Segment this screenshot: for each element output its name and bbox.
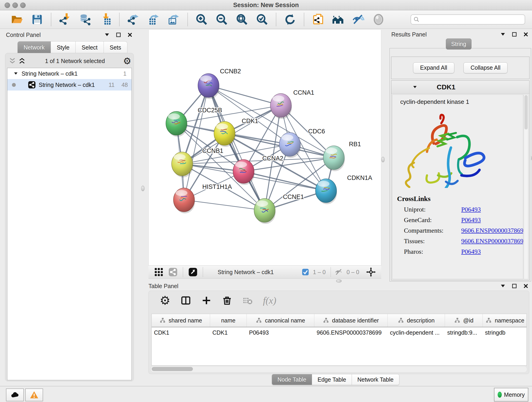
add-column-icon[interactable] xyxy=(201,295,212,306)
selected-checkbox-icon[interactable] xyxy=(302,268,309,276)
open-folder-icon[interactable] xyxy=(11,13,23,26)
column-header-canonical-name[interactable]: canonical name xyxy=(247,314,314,327)
birds-eye-view-icon[interactable] xyxy=(188,267,198,277)
protein-section-header[interactable]: CDK1 xyxy=(391,81,529,94)
close-panel-icon[interactable] xyxy=(523,283,529,289)
tab-style[interactable]: Style xyxy=(51,41,76,53)
tab-network[interactable]: Network xyxy=(17,41,51,53)
crosslink-link[interactable]: 9606.ENSP00000378699 xyxy=(461,237,523,245)
panel-menu-icon[interactable] xyxy=(104,32,110,38)
gear-icon[interactable]: ⚙ xyxy=(160,296,171,305)
table-cell: 9606.ENSP00000378699 xyxy=(314,329,388,336)
tab-edge-table[interactable]: Edge Table xyxy=(312,374,352,385)
import-network-icon[interactable] xyxy=(59,13,71,26)
network-collection-row[interactable]: String Network – cdk1 1 xyxy=(7,68,132,79)
scrollbar-thumb[interactable] xyxy=(152,367,193,371)
right-splitter-handle[interactable] xyxy=(381,157,385,162)
column-header-database-identifier[interactable]: database identifier xyxy=(314,314,388,327)
network-canvas[interactable]: CCNB2 CCNA1 CDC25B CDK1 CDC6 RB1 CCNB1 xyxy=(148,30,381,265)
node-CCNE1[interactable] xyxy=(254,198,276,224)
network-options-gear-icon[interactable]: ⚙ xyxy=(123,56,131,65)
collection-expander-icon[interactable] xyxy=(13,71,18,76)
panel-menu-icon[interactable] xyxy=(500,32,506,37)
node-CCNA1[interactable] xyxy=(270,94,292,119)
zoom-fit-icon[interactable] xyxy=(236,13,248,26)
columns-icon[interactable] xyxy=(181,295,191,306)
float-panel-icon[interactable] xyxy=(115,32,121,38)
fit-content-crosshair-icon[interactable] xyxy=(366,267,376,277)
node-table[interactable]: shared namenamecanonical namedatabase id… xyxy=(152,314,527,366)
warnings-button[interactable] xyxy=(25,389,43,401)
crosslink-link[interactable]: P06493 xyxy=(461,206,481,213)
memory-button[interactable]: Memory xyxy=(494,388,528,402)
results-scrollbar[interactable] xyxy=(524,95,528,279)
grid-view-icon[interactable] xyxy=(154,267,164,277)
search-input[interactable] xyxy=(411,14,525,25)
collapse-all-networks-icon[interactable] xyxy=(8,57,16,65)
node-CDKN1A[interactable] xyxy=(316,179,337,204)
node-label-CCNB2: CCNB2 xyxy=(220,68,241,75)
node-CCNA2[interactable] xyxy=(233,160,254,185)
network-row[interactable]: String Network – cdk1 11 48 xyxy=(7,79,132,90)
column-header-description[interactable]: description xyxy=(388,314,445,327)
expand-all-networks-icon[interactable] xyxy=(18,57,26,65)
node-CDC6[interactable] xyxy=(279,133,301,158)
zoom-in-icon[interactable] xyxy=(196,13,208,26)
float-panel-icon[interactable] xyxy=(511,283,517,289)
main-toolbar: ? xyxy=(0,10,532,29)
section-expander-icon[interactable] xyxy=(412,85,418,89)
results-scrollbar-thumb[interactable] xyxy=(525,95,528,129)
expand-all-button[interactable]: Expand All xyxy=(413,62,454,73)
close-panel-icon[interactable] xyxy=(523,32,529,37)
import-database-icon[interactable] xyxy=(79,13,91,26)
trash-icon[interactable] xyxy=(222,295,232,306)
crosslink-link[interactable]: 9606.ENSP00000378699 xyxy=(461,227,523,234)
string-import-icon[interactable] xyxy=(312,13,324,26)
column-header-namespace[interactable]: namespace xyxy=(483,314,527,327)
table-row[interactable]: CDK1CDK1P064939606.ENSP00000378699cyclin… xyxy=(152,327,526,338)
hierarchy-icon xyxy=(486,317,492,324)
network-node-count: 11 xyxy=(101,82,114,88)
tab-select[interactable]: Select xyxy=(76,41,104,53)
node-RB1[interactable] xyxy=(323,146,345,171)
float-panel-icon[interactable] xyxy=(511,32,517,37)
hidden-eye-icon[interactable] xyxy=(335,268,343,276)
zoom-out-icon[interactable] xyxy=(215,13,228,26)
panel-menu-icon[interactable] xyxy=(500,283,506,289)
refresh-layout-icon[interactable] xyxy=(284,13,296,26)
cloud-button[interactable] xyxy=(6,389,24,401)
export-table-icon[interactable] xyxy=(147,13,160,26)
protein-section: CDK1 cyclin-dependent kinase 1 xyxy=(391,80,530,280)
zoom-selected-icon[interactable] xyxy=(256,13,268,26)
network-view-icon[interactable] xyxy=(168,267,178,277)
tab-string[interactable]: String xyxy=(446,38,472,50)
string-home-icon[interactable] xyxy=(332,13,344,26)
node-CCNB1[interactable] xyxy=(172,152,193,177)
node-CCNB2[interactable] xyxy=(198,74,220,99)
tab-network-table[interactable]: Network Table xyxy=(352,374,399,385)
save-session-icon[interactable] xyxy=(31,13,43,26)
import-table-icon[interactable] xyxy=(99,13,112,26)
toggle-structure-images-icon[interactable] xyxy=(352,13,365,26)
node-HIST1H1A[interactable] xyxy=(173,188,195,213)
node-CDC25B[interactable] xyxy=(166,111,187,137)
export-image-icon[interactable] xyxy=(167,13,180,26)
table-panel-title: Table Panel xyxy=(148,283,178,289)
column-header-shared-name[interactable]: shared name xyxy=(152,314,210,327)
left-splitter-handle[interactable] xyxy=(141,186,145,191)
export-network-icon[interactable] xyxy=(127,13,139,26)
tab-node-table[interactable]: Node Table xyxy=(272,374,312,385)
column-header-name[interactable]: name xyxy=(210,314,247,327)
memory-status-icon xyxy=(498,392,502,398)
table-tabs: Node TableEdge TableNetwork Table xyxy=(272,374,399,385)
crosslink-link[interactable]: P06493 xyxy=(461,216,481,224)
crosslink-row: Tissues:9606.ENSP00000378699 xyxy=(397,237,523,245)
node-label-HIST1H1A: HIST1H1A xyxy=(202,183,232,190)
tab-sets[interactable]: Sets xyxy=(104,41,127,53)
table-horizontal-scrollbar[interactable] xyxy=(151,366,527,372)
crosslink-link[interactable]: P06493 xyxy=(461,248,481,255)
enhanced-graphics-icon[interactable] xyxy=(372,13,385,26)
column-header-@id[interactable]: @id xyxy=(445,314,483,327)
collapse-all-button[interactable]: Collapse All xyxy=(463,62,508,73)
close-panel-icon[interactable] xyxy=(127,32,133,38)
